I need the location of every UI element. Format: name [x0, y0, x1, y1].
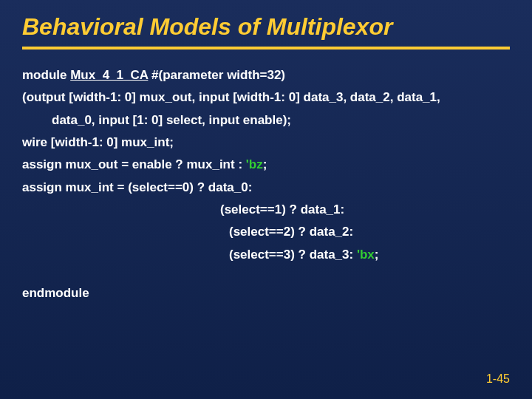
assign1-bz: 'bz [246, 157, 263, 171]
select3-post: ; [375, 248, 379, 262]
code-line-wire: wire [width-1: 0] mux_int; [22, 133, 510, 152]
code-line-module: module Mux_4_1_CA #(parameter width=32) [22, 66, 510, 85]
code-line-select2: (select==2) ? data_2: [22, 222, 510, 242]
spacer [22, 267, 510, 284]
assign1-post: ; [263, 157, 267, 171]
title-underline [22, 47, 510, 50]
select3-pre: (select==3) ? data_3: [229, 248, 357, 262]
code-line-select1: (select==1) ? data_1: [22, 200, 510, 219]
select3-bx: 'bx [357, 248, 375, 262]
module-params: #(parameter width=32) [148, 68, 285, 82]
page-number: 1-45 [486, 372, 510, 386]
slide: Behavioral Models of Multiplexor module … [0, 0, 532, 399]
assign1-pre: assign mux_out = enable ? mux_int : [22, 157, 246, 171]
module-keyword: module [22, 68, 70, 82]
code-block: module Mux_4_1_CA #(parameter width=32) … [22, 66, 510, 303]
slide-title: Behavioral Models of Multiplexor [22, 13, 510, 41]
code-line-assign1: assign mux_out = enable ? mux_int : 'bz; [22, 155, 510, 174]
code-line-ports1: (output [width-1: 0] mux_out, input [wid… [22, 88, 510, 107]
code-line-endmodule: endmodule [22, 284, 510, 303]
module-name: Mux_4_1_CA [70, 68, 148, 82]
code-line-select3: (select==3) ? data_3: 'bx; [22, 245, 510, 265]
code-line-assign2: assign mux_int = (select==0) ? data_0: [22, 178, 510, 197]
code-line-ports2: data_0, input [1: 0] select, input enabl… [22, 111, 510, 130]
